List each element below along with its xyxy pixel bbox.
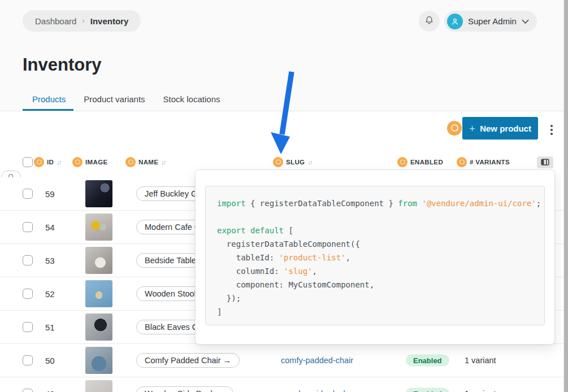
bell-icon [424, 15, 434, 28]
column-header-slug[interactable]: SLUG ↓↑ [273, 156, 311, 168]
user-avatar-icon [447, 14, 463, 29]
row-checkbox[interactable] [23, 322, 33, 332]
user-menu[interactable]: Super Admin [444, 11, 537, 32]
column-picker-icon [541, 158, 549, 168]
tab-product-variants[interactable]: Product variants [84, 94, 145, 105]
column-header-image[interactable]: IMAGE [72, 156, 107, 168]
row-checkbox[interactable] [23, 389, 33, 392]
chevron-down-icon [522, 16, 529, 27]
sort-icon[interactable]: ↓↑ [307, 159, 311, 165]
product-name-link[interactable]: Comfy Padded Chair → [136, 353, 240, 368]
column-header-variants[interactable]: # VARIANTS [457, 156, 510, 168]
extension-badge-icon [273, 157, 283, 167]
variant-count: 1 variant [465, 389, 496, 392]
product-id: 53 [45, 256, 55, 265]
row-checkbox[interactable] [23, 189, 33, 199]
column-header-name[interactable]: NAME ↓↑ [125, 156, 165, 168]
table-row: 49 Wooden Side Desk → wooden-side-desk E… [0, 377, 563, 392]
code-block: import { registerDataTableComponent } fr… [205, 186, 545, 325]
product-slug[interactable]: comfy-padded-chair [281, 356, 353, 365]
status-badge: Enabled [406, 355, 449, 367]
row-checkbox[interactable] [23, 355, 33, 365]
product-image [85, 247, 112, 274]
new-product-button[interactable]: + New product [462, 117, 538, 140]
sort-icon[interactable]: ↓↑ [57, 159, 60, 165]
product-image [85, 280, 112, 307]
product-id: 51 [45, 323, 55, 332]
product-image [85, 180, 112, 207]
column-header-enabled[interactable]: ENABLED [397, 156, 443, 168]
breadcrumb-dashboard[interactable]: Dashboard [35, 16, 76, 26]
product-name-link[interactable]: Wooden Side Desk → [136, 386, 233, 392]
breadcrumb-separator-icon: › [82, 16, 84, 25]
extension-badge-icon [457, 157, 467, 167]
product-id: 54 [45, 223, 55, 232]
product-id: 49 [45, 389, 55, 392]
table-row: 50 Comfy Padded Chair → comfy-padded-cha… [0, 344, 563, 377]
product-name-link[interactable]: Bedside Table [136, 253, 205, 268]
extension-badge-icon [72, 157, 83, 167]
extension-badge-icon [397, 157, 407, 167]
product-image [85, 313, 112, 341]
tab-stock-locations[interactable]: Stock locations [163, 94, 220, 105]
product-image [85, 347, 112, 374]
product-image [85, 380, 112, 392]
status-badge: Enabled [406, 388, 449, 392]
scrollbar-track [563, 0, 568, 392]
product-id: 52 [45, 289, 55, 299]
table-header: ID ↓↑ IMAGE NAME ↓↑ SLUG ↓↑ ENABLED # VA… [0, 156, 568, 171]
code-snippet-popup: import { registerDataTableComponent } fr… [195, 169, 555, 345]
column-picker-button[interactable] [537, 156, 553, 168]
extension-badge-icon [34, 157, 44, 167]
product-id: 59 [45, 189, 55, 199]
select-all-checkbox[interactable] [23, 157, 33, 167]
product-id: 50 [45, 356, 55, 365]
row-checkbox[interactable] [23, 255, 33, 265]
page-title: Inventory [23, 55, 102, 75]
product-slug[interactable]: wooden-side-desk [281, 389, 348, 392]
breadcrumb: Dashboard › Inventory [23, 10, 141, 32]
kebab-menu-button[interactable] [547, 123, 556, 137]
scrollbar-thumb[interactable] [564, 0, 568, 392]
variant-count: 1 variant [465, 356, 496, 365]
sort-icon[interactable]: ↓↑ [161, 159, 165, 165]
breadcrumb-inventory[interactable]: Inventory [90, 16, 129, 26]
row-checkbox[interactable] [23, 222, 33, 232]
plus-icon: + [469, 123, 475, 134]
notifications-button[interactable] [419, 11, 440, 32]
extension-badge-icon [125, 157, 136, 167]
product-image [85, 214, 112, 241]
row-checkbox[interactable] [23, 289, 33, 299]
tabs: ProductsProduct variantsStock locations [32, 94, 220, 105]
user-name: Super Admin [468, 16, 517, 26]
column-header-id[interactable]: ID ↓↑ [34, 156, 60, 168]
extension-badge-icon [447, 121, 462, 136]
product-name-link[interactable]: Wooden Stool [136, 286, 205, 301]
tab-products[interactable]: Products [32, 94, 66, 105]
